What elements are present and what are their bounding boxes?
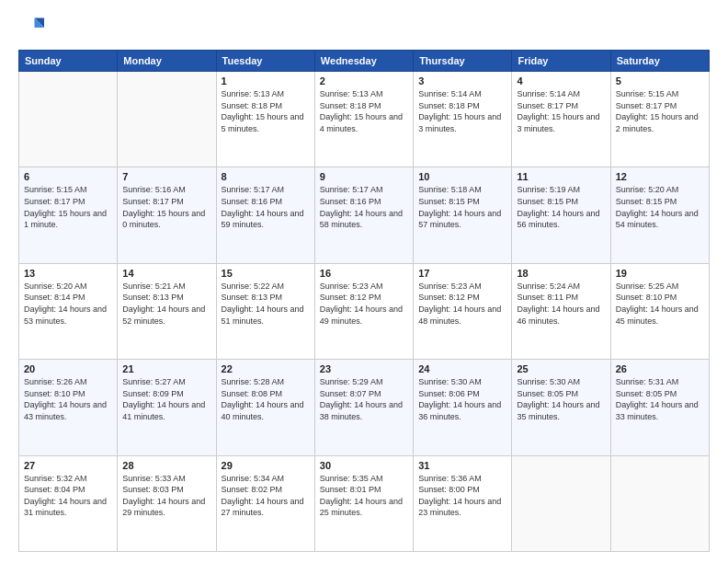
sunrise-label: Sunrise: 5:14 AM (517, 89, 580, 98)
calendar-cell: 2 Sunrise: 5:13 AM Sunset: 8:18 PM Dayli… (314, 72, 413, 167)
day-info: Sunrise: 5:28 AM Sunset: 8:08 PM Dayligh… (222, 376, 310, 422)
daylight-label: Daylight: 14 hours and 40 minutes. (222, 400, 304, 421)
weekday-header-tuesday: Tuesday (216, 51, 314, 72)
calendar-cell (118, 72, 216, 167)
calendar-week-4: 20 Sunrise: 5:26 AM Sunset: 8:10 PM Dayl… (19, 360, 710, 455)
sunrise-label: Sunrise: 5:13 AM (222, 89, 285, 98)
sunset-label: Sunset: 8:08 PM (222, 389, 283, 398)
weekday-header-friday: Friday (512, 51, 610, 72)
sunset-label: Sunset: 8:01 PM (320, 485, 381, 494)
sunset-label: Sunset: 8:16 PM (320, 197, 381, 206)
day-number: 18 (517, 268, 605, 279)
sunrise-label: Sunrise: 5:20 AM (24, 282, 87, 291)
day-number: 31 (418, 460, 506, 471)
daylight-label: Daylight: 14 hours and 46 minutes. (517, 304, 599, 326)
calendar-cell: 8 Sunrise: 5:17 AM Sunset: 8:16 PM Dayli… (216, 167, 314, 263)
weekday-header-thursday: Thursday (414, 51, 512, 72)
sunset-label: Sunset: 8:10 PM (616, 293, 677, 302)
calendar-cell: 14 Sunrise: 5:21 AM Sunset: 8:13 PM Dayl… (118, 263, 216, 359)
day-number: 25 (517, 363, 605, 374)
sunrise-label: Sunrise: 5:26 AM (24, 377, 87, 386)
day-info: Sunrise: 5:15 AM Sunset: 8:17 PM Dayligh… (24, 184, 112, 230)
day-number: 26 (616, 363, 704, 374)
day-info: Sunrise: 5:33 AM Sunset: 8:03 PM Dayligh… (122, 473, 210, 519)
sunset-label: Sunset: 8:16 PM (222, 197, 283, 206)
day-number: 15 (222, 268, 310, 279)
sunrise-label: Sunrise: 5:29 AM (320, 377, 383, 386)
calendar-week-3: 13 Sunrise: 5:20 AM Sunset: 8:14 PM Dayl… (19, 263, 710, 359)
calendar-cell: 19 Sunrise: 5:25 AM Sunset: 8:10 PM Dayl… (610, 263, 709, 359)
day-info: Sunrise: 5:29 AM Sunset: 8:07 PM Dayligh… (320, 376, 408, 422)
sunrise-label: Sunrise: 5:30 AM (517, 377, 580, 386)
sunset-label: Sunset: 8:06 PM (418, 389, 480, 398)
calendar-week-2: 6 Sunrise: 5:15 AM Sunset: 8:17 PM Dayli… (19, 167, 710, 263)
sunset-label: Sunset: 8:11 PM (517, 293, 578, 302)
daylight-label: Daylight: 15 hours and 4 minutes. (320, 112, 403, 133)
daylight-label: Daylight: 14 hours and 49 minutes. (320, 304, 403, 326)
day-number: 6 (24, 171, 112, 182)
day-number: 3 (418, 75, 506, 86)
weekday-header-sunday: Sunday (19, 51, 118, 72)
day-number: 17 (418, 268, 506, 279)
weekday-header-saturday: Saturday (610, 51, 709, 72)
calendar-cell: 7 Sunrise: 5:16 AM Sunset: 8:17 PM Dayli… (118, 167, 216, 263)
day-number: 21 (122, 363, 210, 374)
weekday-header-wednesday: Wednesday (314, 51, 413, 72)
day-info: Sunrise: 5:30 AM Sunset: 8:05 PM Dayligh… (517, 376, 605, 422)
calendar-cell: 20 Sunrise: 5:26 AM Sunset: 8:10 PM Dayl… (19, 360, 118, 455)
sunset-label: Sunset: 8:04 PM (24, 485, 85, 494)
day-number: 14 (122, 268, 210, 279)
day-info: Sunrise: 5:20 AM Sunset: 8:15 PM Dayligh… (616, 184, 704, 230)
calendar-cell (19, 72, 118, 167)
daylight-label: Daylight: 14 hours and 29 minutes. (122, 497, 205, 518)
calendar-week-1: 1 Sunrise: 5:13 AM Sunset: 8:18 PM Dayli… (19, 72, 710, 167)
daylight-label: Daylight: 14 hours and 45 minutes. (616, 304, 699, 326)
calendar-cell: 23 Sunrise: 5:29 AM Sunset: 8:07 PM Dayl… (314, 360, 413, 455)
day-number: 7 (122, 171, 210, 182)
calendar-cell: 28 Sunrise: 5:33 AM Sunset: 8:03 PM Dayl… (118, 455, 216, 551)
sunset-label: Sunset: 8:03 PM (122, 485, 184, 494)
sunrise-label: Sunrise: 5:17 AM (222, 185, 285, 194)
sunrise-label: Sunrise: 5:18 AM (418, 185, 482, 194)
sunrise-label: Sunrise: 5:34 AM (222, 474, 285, 483)
logo (18, 15, 48, 40)
calendar-cell: 30 Sunrise: 5:35 AM Sunset: 8:01 PM Dayl… (314, 455, 413, 551)
day-number: 2 (320, 75, 408, 86)
calendar-cell: 6 Sunrise: 5:15 AM Sunset: 8:17 PM Dayli… (19, 167, 118, 263)
sunrise-label: Sunrise: 5:21 AM (122, 282, 186, 291)
sunrise-label: Sunrise: 5:36 AM (418, 474, 482, 483)
sunset-label: Sunset: 8:18 PM (418, 101, 480, 110)
calendar-cell: 13 Sunrise: 5:20 AM Sunset: 8:14 PM Dayl… (19, 263, 118, 359)
sunset-label: Sunset: 8:12 PM (418, 293, 480, 302)
daylight-label: Daylight: 14 hours and 43 minutes. (24, 400, 107, 421)
sunrise-label: Sunrise: 5:28 AM (222, 377, 285, 386)
sunrise-label: Sunrise: 5:17 AM (320, 185, 383, 194)
day-info: Sunrise: 5:13 AM Sunset: 8:18 PM Dayligh… (222, 88, 310, 134)
daylight-label: Daylight: 14 hours and 59 minutes. (222, 209, 304, 230)
calendar-week-5: 27 Sunrise: 5:32 AM Sunset: 8:04 PM Dayl… (19, 455, 710, 551)
sunrise-label: Sunrise: 5:16 AM (122, 185, 186, 194)
header (18, 15, 710, 40)
day-info: Sunrise: 5:13 AM Sunset: 8:18 PM Dayligh… (320, 88, 408, 134)
calendar-cell: 25 Sunrise: 5:30 AM Sunset: 8:05 PM Dayl… (512, 360, 610, 455)
day-number: 11 (517, 171, 605, 182)
sunrise-label: Sunrise: 5:15 AM (616, 89, 679, 98)
calendar-cell: 10 Sunrise: 5:18 AM Sunset: 8:15 PM Dayl… (414, 167, 512, 263)
sunrise-label: Sunrise: 5:14 AM (418, 89, 482, 98)
day-info: Sunrise: 5:14 AM Sunset: 8:17 PM Dayligh… (517, 88, 605, 134)
calendar-cell: 15 Sunrise: 5:22 AM Sunset: 8:13 PM Dayl… (216, 263, 314, 359)
calendar-cell: 26 Sunrise: 5:31 AM Sunset: 8:05 PM Dayl… (610, 360, 709, 455)
daylight-label: Daylight: 14 hours and 41 minutes. (122, 400, 205, 421)
sunrise-label: Sunrise: 5:30 AM (418, 377, 482, 386)
sunrise-label: Sunrise: 5:25 AM (616, 282, 679, 291)
day-info: Sunrise: 5:36 AM Sunset: 8:00 PM Dayligh… (418, 473, 506, 519)
day-number: 22 (222, 363, 310, 374)
daylight-label: Daylight: 15 hours and 1 minute. (24, 209, 107, 230)
day-number: 30 (320, 460, 408, 471)
day-info: Sunrise: 5:15 AM Sunset: 8:17 PM Dayligh… (616, 88, 704, 134)
daylight-label: Daylight: 14 hours and 31 minutes. (24, 497, 107, 518)
sunset-label: Sunset: 8:17 PM (122, 197, 184, 206)
calendar-cell: 31 Sunrise: 5:36 AM Sunset: 8:00 PM Dayl… (414, 455, 512, 551)
calendar-cell: 4 Sunrise: 5:14 AM Sunset: 8:17 PM Dayli… (512, 72, 610, 167)
daylight-label: Daylight: 14 hours and 38 minutes. (320, 400, 403, 421)
